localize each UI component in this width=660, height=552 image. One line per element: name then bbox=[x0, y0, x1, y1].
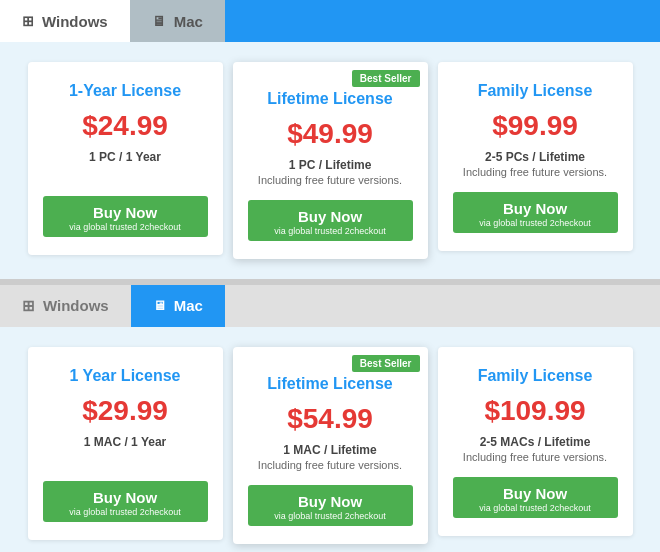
windows-tabs: ⊞ Windows 🖥 Mac bbox=[0, 0, 660, 42]
mac-1year-card: 1 Year License $29.99 1 MAC / 1 Year Buy… bbox=[28, 347, 223, 540]
mac-icon: 🖥 bbox=[152, 13, 166, 29]
mac-family-title: Family License bbox=[453, 367, 618, 385]
mac-tabs: ⊞ Windows 🖥 Mac bbox=[0, 285, 660, 327]
mac-lifetime-price: $54.99 bbox=[248, 403, 413, 435]
mac-lifetime-card: Best Seller Lifetime License $54.99 1 MA… bbox=[233, 347, 428, 544]
mac-lifetime-buy-button[interactable]: Buy Now via global trusted 2checkout bbox=[248, 485, 413, 526]
tab-windows[interactable]: ⊞ Windows bbox=[0, 0, 130, 42]
windows-family-title: Family License bbox=[453, 82, 618, 100]
windows-1year-buy-button[interactable]: Buy Now via global trusted 2checkout bbox=[43, 196, 208, 237]
windows-family-buy-button[interactable]: Buy Now via global trusted 2checkout bbox=[453, 192, 618, 233]
windows-lifetime-desc-bold: 1 PC / Lifetime bbox=[248, 158, 413, 172]
windows-pricing-row: 1-Year License $24.99 1 PC / 1 Year Buy … bbox=[10, 62, 650, 259]
mac-tab-windows-label: Windows bbox=[43, 297, 109, 314]
mac-lifetime-desc: Including free future versions. bbox=[248, 459, 413, 471]
mac-1year-desc-bold: 1 MAC / 1 Year bbox=[43, 435, 208, 449]
windows-family-price: $99.99 bbox=[453, 110, 618, 142]
mac-family-desc-bold: 2-5 MACs / Lifetime bbox=[453, 435, 618, 449]
windows-lifetime-card: Best Seller Lifetime License $49.99 1 PC… bbox=[233, 62, 428, 259]
mac-family-price: $109.99 bbox=[453, 395, 618, 427]
mac-family-desc: Including free future versions. bbox=[453, 451, 618, 463]
tab-mac-label: Mac bbox=[174, 13, 203, 30]
mac-1year-desc bbox=[43, 451, 208, 467]
mac-tab-mac-label: Mac bbox=[174, 297, 203, 314]
windows-lifetime-desc: Including free future versions. bbox=[248, 174, 413, 186]
windows-lifetime-buy-button[interactable]: Buy Now via global trusted 2checkout bbox=[248, 200, 413, 241]
mac-section: ⊞ Windows 🖥 Mac 1 Year License $29.99 1 … bbox=[0, 285, 660, 552]
mac-lifetime-desc-bold: 1 MAC / Lifetime bbox=[248, 443, 413, 457]
windows-icon: ⊞ bbox=[22, 13, 34, 29]
tab-mac[interactable]: 🖥 Mac bbox=[130, 0, 225, 42]
windows-1year-desc bbox=[43, 166, 208, 182]
mac-windows-icon: ⊞ bbox=[22, 297, 35, 315]
windows-1year-card: 1-Year License $24.99 1 PC / 1 Year Buy … bbox=[28, 62, 223, 255]
windows-1year-price: $24.99 bbox=[43, 110, 208, 142]
mac-mac-icon: 🖥 bbox=[153, 298, 166, 313]
mac-1year-title: 1 Year License bbox=[43, 367, 208, 385]
mac-tab-windows[interactable]: ⊞ Windows bbox=[0, 285, 131, 327]
windows-1year-desc-bold: 1 PC / 1 Year bbox=[43, 150, 208, 164]
tab-windows-label: Windows bbox=[42, 13, 108, 30]
windows-family-desc: Including free future versions. bbox=[453, 166, 618, 178]
mac-family-card: Family License $109.99 2-5 MACs / Lifeti… bbox=[438, 347, 633, 536]
mac-pricing-row: 1 Year License $29.99 1 MAC / 1 Year Buy… bbox=[10, 347, 650, 544]
windows-section: ⊞ Windows 🖥 Mac 1-Year License $24.99 1 … bbox=[0, 0, 660, 279]
mac-family-buy-button[interactable]: Buy Now via global trusted 2checkout bbox=[453, 477, 618, 518]
mac-1year-buy-button[interactable]: Buy Now via global trusted 2checkout bbox=[43, 481, 208, 522]
windows-lifetime-price: $49.99 bbox=[248, 118, 413, 150]
mac-lifetime-title: Lifetime License bbox=[248, 375, 413, 393]
windows-1year-title: 1-Year License bbox=[43, 82, 208, 100]
windows-lifetime-title: Lifetime License bbox=[248, 90, 413, 108]
mac-tab-mac[interactable]: 🖥 Mac bbox=[131, 285, 225, 327]
windows-family-card: Family License $99.99 2-5 PCs / Lifetime… bbox=[438, 62, 633, 251]
mac-best-seller-badge: Best Seller bbox=[352, 355, 420, 372]
mac-pricing: 1 Year License $29.99 1 MAC / 1 Year Buy… bbox=[0, 327, 660, 552]
mac-1year-price: $29.99 bbox=[43, 395, 208, 427]
windows-family-desc-bold: 2-5 PCs / Lifetime bbox=[453, 150, 618, 164]
best-seller-badge: Best Seller bbox=[352, 70, 420, 87]
windows-pricing: 1-Year License $24.99 1 PC / 1 Year Buy … bbox=[0, 42, 660, 279]
